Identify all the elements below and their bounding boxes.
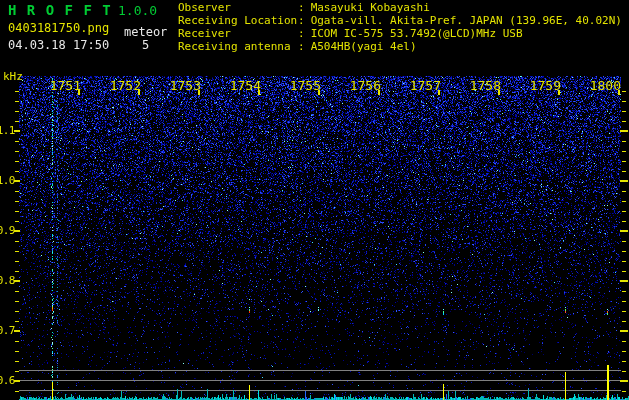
station-row-observer: Observer:Masayuki Kobayashi bbox=[178, 1, 622, 14]
station-row-receiver: Receiver:ICOM IC-575 53.7492(@LCD)MHz US… bbox=[178, 27, 622, 40]
capture-datetime: 04.03.18 17:50 bbox=[8, 38, 109, 52]
colon: : bbox=[298, 14, 305, 27]
colon: : bbox=[298, 27, 305, 40]
colon: : bbox=[298, 1, 305, 14]
station-value: Ogata-vill. Akita-Pref. JAPAN (139.96E, … bbox=[311, 14, 622, 27]
app-title: H R O F F T bbox=[8, 2, 112, 18]
app-version: 1.0.0 bbox=[118, 3, 157, 18]
output-filename: 0403181750.png bbox=[8, 21, 109, 35]
station-value: Masayuki Kobayashi bbox=[311, 1, 430, 14]
station-row-antenna: Receiving antenna:A504HB(yagi 4el) bbox=[178, 40, 622, 53]
station-value: ICOM IC-575 53.7492(@LCD)MHz USB bbox=[311, 27, 523, 40]
header: H R O F F T 1.0.0 0403181750.png meteor … bbox=[0, 0, 629, 66]
station-value: A504HB(yagi 4el) bbox=[311, 40, 417, 53]
station-row-location: Receiving Location:Ogata-vill. Akita-Pre… bbox=[178, 14, 622, 27]
meteor-count: 5 bbox=[142, 38, 149, 52]
station-info: Observer:Masayuki Kobayashi Receiving Lo… bbox=[178, 1, 622, 53]
observation-mode: meteor bbox=[124, 25, 167, 39]
station-label: Observer bbox=[178, 1, 298, 14]
station-label: Receiver bbox=[178, 27, 298, 40]
station-label: Receiving antenna bbox=[178, 40, 298, 53]
station-label: Receiving Location bbox=[178, 14, 298, 27]
hrofft-screen: kHz 175117521753175417551756175717581759… bbox=[0, 0, 629, 400]
colon: : bbox=[298, 40, 305, 53]
